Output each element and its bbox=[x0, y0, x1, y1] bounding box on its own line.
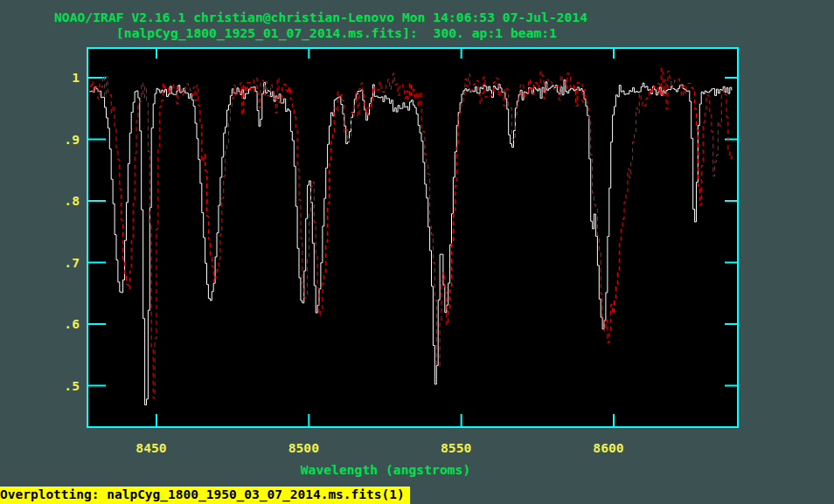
x-tick-label: 8550 bbox=[441, 440, 471, 455]
x-tick-label: 8500 bbox=[288, 440, 319, 455]
y-tick-label: .8 bbox=[64, 193, 80, 208]
y-tick-label: .6 bbox=[64, 316, 80, 331]
x-tick-label: 8600 bbox=[593, 440, 623, 455]
y-tick-label: 1 bbox=[72, 70, 80, 85]
status-message: Overplotting: nalpCyg_1800_1950_03_07_20… bbox=[0, 487, 405, 501]
y-tick-label: .7 bbox=[64, 255, 80, 270]
spectrum-plot[interactable]: 8450850085508600.5.6.7.8.91Wavelength (a… bbox=[0, 0, 834, 504]
x-axis-label: Wavelength (angstroms) bbox=[301, 462, 471, 477]
x-tick-label: 8450 bbox=[136, 440, 166, 455]
status-bar: Overplotting: nalpCyg_1800_1950_03_07_20… bbox=[0, 487, 410, 504]
y-tick-label: .5 bbox=[64, 378, 80, 393]
y-tick-label: .9 bbox=[64, 132, 80, 147]
